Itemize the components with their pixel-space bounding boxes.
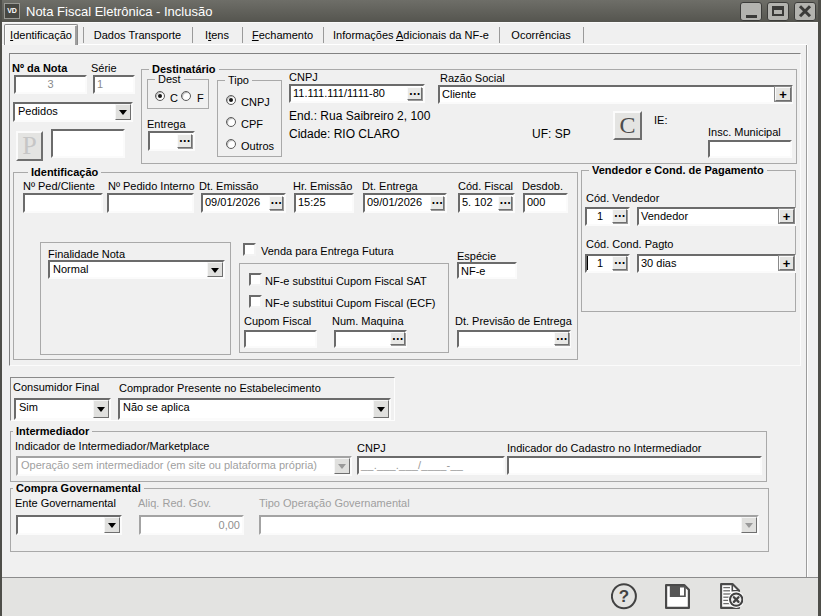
svg-text:?: ?	[619, 587, 629, 606]
